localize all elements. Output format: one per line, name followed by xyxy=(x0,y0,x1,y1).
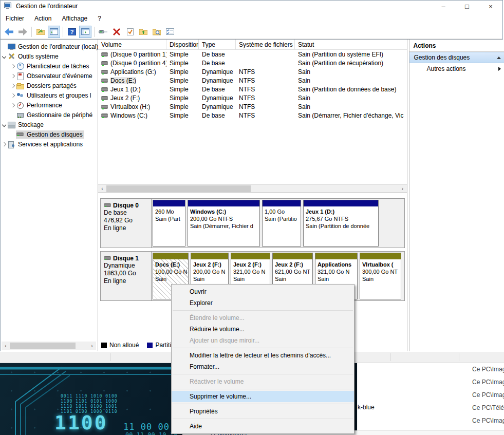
tree-item-utilisateurs[interactable]: Utilisateurs et groupes l xyxy=(1,90,98,100)
tree-item-gestion-des-disques[interactable]: Gestion des disques xyxy=(1,129,98,139)
menu-help[interactable]: ? xyxy=(92,13,106,24)
tree-item-planificateur[interactable]: Planificateur de tâches xyxy=(1,61,98,71)
disk-0-block: Disque 0 De base 476,92 Go En ligne 260 … xyxy=(100,198,405,248)
table-row[interactable]: Windows (C:) Simple De base NTFS Sain (D… xyxy=(98,111,407,120)
console-tree-toggle-icon[interactable] xyxy=(48,26,60,38)
list-horizontal-scrollbar[interactable]: ‹ › xyxy=(98,184,407,193)
column-header-disposition[interactable]: Disposition xyxy=(166,40,199,50)
menu-item-ouvrir[interactable]: Ouvrir xyxy=(172,286,354,297)
chevron-down-icon[interactable] xyxy=(1,123,7,126)
disk-0-info[interactable]: Disque 0 De base 476,92 Go En ligne xyxy=(101,199,152,248)
table-row[interactable]: VIrtualbox (H:) Simple Dynamique NTFS Sa… xyxy=(98,102,407,111)
checklist-icon[interactable] xyxy=(164,26,176,38)
scroll-left-arrow[interactable]: ‹ xyxy=(2,342,10,350)
column-header-volume[interactable]: Volume xyxy=(98,40,166,50)
menu-item-reduire-volume[interactable]: Réduire le volume... xyxy=(172,324,354,335)
explorer-window-fragment: k-blue Ce PC\Imag Ce PC\Imag Ce PC\Imag … xyxy=(357,363,504,435)
delete-x-icon[interactable] xyxy=(110,26,123,38)
partition-color-band xyxy=(304,200,378,206)
export-folder-icon[interactable] xyxy=(34,26,47,38)
legend: Non alloué Partitio xyxy=(101,342,175,349)
column-header-statut[interactable]: Statut xyxy=(295,40,407,50)
menu-fichier[interactable]: Fichier xyxy=(1,13,29,24)
file-name-partial: k-blue xyxy=(358,404,375,411)
check-document-icon[interactable] xyxy=(124,26,136,38)
chevron-down-icon[interactable] xyxy=(1,55,7,58)
menu-item-supprimer-volume[interactable]: Supprimer le volume... xyxy=(172,391,354,402)
table-row[interactable]: (Disque 0 partition 4) Simple De base Sa… xyxy=(98,59,407,67)
chevron-right-icon[interactable] xyxy=(9,94,16,97)
toolbar-separator xyxy=(31,27,32,37)
screen: 0011 1110 1010 0100 1100 1101 0101 1000 … xyxy=(0,0,504,435)
actions-header: Actions xyxy=(409,40,504,52)
folder-search-icon[interactable] xyxy=(151,26,163,38)
back-arrow-icon[interactable] xyxy=(3,26,15,38)
chevron-right-icon[interactable] xyxy=(9,74,16,78)
titlebar[interactable]: Gestion de l'ordinateur – □ × xyxy=(1,1,502,12)
menu-item-formater[interactable]: Formater... xyxy=(172,361,354,372)
volume-icon xyxy=(101,79,108,83)
table-row[interactable]: Applications (G:) Simple Dynamique NTFS … xyxy=(98,67,407,76)
tree-item-dossiers-partages[interactable]: Dossiers partagés xyxy=(1,81,98,90)
console-tree: Gestion de l'ordinateur (local) Outils s… xyxy=(1,40,98,351)
menu-affichage[interactable]: Affichage xyxy=(57,13,92,24)
disk-status: En ligne xyxy=(104,277,148,285)
scroll-left-arrow[interactable]: ‹ xyxy=(98,184,106,193)
scroll-right-arrow[interactable]: › xyxy=(88,342,96,350)
menu-item-explorer[interactable]: Explorer xyxy=(172,297,354,309)
tree-item-label: Planificateur de tâches xyxy=(27,63,89,70)
action-autres-actions[interactable]: Autres actions xyxy=(409,63,504,74)
chevron-right-icon[interactable] xyxy=(9,65,16,68)
forward-arrow-icon[interactable] xyxy=(16,26,29,38)
minimize-button[interactable]: – xyxy=(432,1,455,12)
maximize-button[interactable]: □ xyxy=(455,1,479,12)
partition-jeux1-d[interactable]: Jeux 1 (D:) 275,67 Go NTFS Sain (Partiti… xyxy=(303,200,379,247)
column-divider xyxy=(459,353,459,361)
table-row[interactable]: Jeux 1 (D:) Simple De base NTFS Sain (Pa… xyxy=(98,85,407,93)
legend-partition: Partitio xyxy=(147,342,174,349)
close-button[interactable]: × xyxy=(479,1,502,12)
scroll-right-arrow[interactable]: › xyxy=(399,184,407,193)
remote-tool-icon[interactable] xyxy=(97,26,109,38)
shared-folders-icon xyxy=(16,82,24,89)
scroll-thumb[interactable] xyxy=(106,185,251,192)
users-icon xyxy=(16,92,24,99)
tree-item-performance[interactable]: Performance xyxy=(1,100,98,110)
table-row[interactable]: Jeux 2 (F:) Simple Dynamique NTFS Sain xyxy=(98,93,407,102)
tree-item-gestionnaire-peripheriques[interactable]: Gestionnaire de périphé xyxy=(1,110,98,120)
action-pane-toggle-icon[interactable] xyxy=(79,26,91,38)
menu-action[interactable]: Action xyxy=(29,13,57,24)
tree-item-observateur[interactable]: Observateur d'événeme xyxy=(1,71,98,81)
column-header-type[interactable]: Type xyxy=(199,40,236,50)
menu-separator xyxy=(173,389,353,389)
help-icon[interactable]: ? xyxy=(66,26,78,38)
folder-up-icon[interactable] xyxy=(137,26,150,38)
table-row[interactable]: (Disque 0 partition 1) Simple De base Sa… xyxy=(98,50,407,59)
partition-windows-c[interactable]: Windows (C:) 200,00 Go NTFS Sain (Démarr… xyxy=(188,200,260,247)
collapse-arrow-icon[interactable] xyxy=(497,56,501,59)
partition-color-band xyxy=(153,253,188,259)
file-location: Ce PC\Imag xyxy=(472,379,504,386)
volume-context-menu: Ouvrir Explorer Étendre le volume... Réd… xyxy=(171,284,354,434)
tree-item-label: Observateur d'événeme xyxy=(27,72,92,80)
tree-item-computer-management[interactable]: Gestion de l'ordinateur (local) xyxy=(1,42,98,51)
tree-item-services-applications[interactable]: Services et applications xyxy=(1,139,98,149)
tree-item-stockage[interactable]: Stockage xyxy=(1,120,98,129)
scroll-thumb[interactable] xyxy=(10,343,76,349)
chevron-right-icon[interactable] xyxy=(9,84,16,87)
menu-item-aide[interactable]: Aide xyxy=(172,421,354,432)
table-row-selected[interactable]: Docs (E:) Simple Dynamique NTFS Sain xyxy=(98,76,407,85)
partition-efi[interactable]: 260 Mo Sain (Part xyxy=(153,200,185,247)
menu-item-proprietes[interactable]: Propriétés xyxy=(172,406,354,417)
column-header-filesystem[interactable]: Système de fichiers xyxy=(236,40,295,50)
chevron-right-icon[interactable] xyxy=(1,143,7,146)
partition-virtualbox-h[interactable]: VIrtualbox ( 300,00 Go NT Sain xyxy=(360,253,401,299)
chevron-right-icon[interactable] xyxy=(9,104,16,107)
tree-horizontal-scrollbar[interactable]: ‹ › xyxy=(2,342,96,350)
action-group-gestion-des-disques[interactable]: Gestion des disques xyxy=(409,52,504,63)
partition-color-band xyxy=(263,200,301,206)
disk-1-info[interactable]: Disque 1 Dynamique 1863,00 Go En ligne xyxy=(101,252,152,300)
tree-item-outils-systeme[interactable]: Outils système xyxy=(1,51,98,61)
menu-item-modifier-lettre[interactable]: Modifier la lettre de lecteur et les che… xyxy=(172,350,354,361)
partition-recovery[interactable]: 1,00 Go Sain (Partitio xyxy=(262,200,301,247)
